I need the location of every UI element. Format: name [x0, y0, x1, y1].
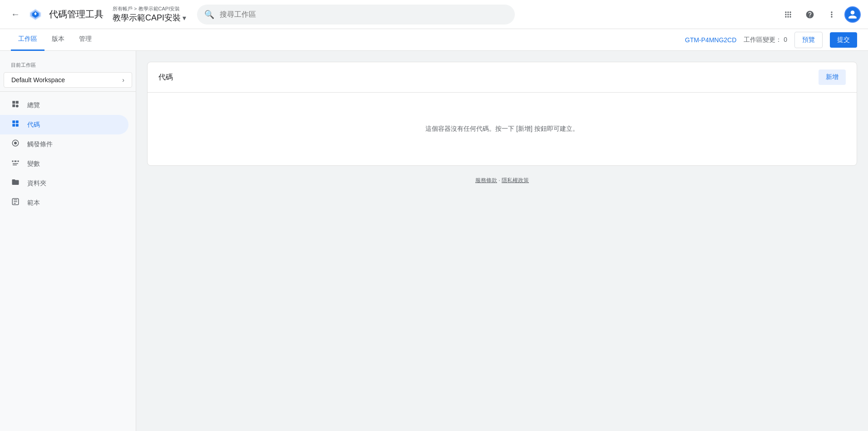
svg-point-6 — [14, 142, 17, 144]
chevron-down-icon: ▾ — [182, 14, 186, 22]
variable-icon — [11, 159, 20, 169]
chevron-right-icon: › — [122, 76, 124, 84]
privacy-link[interactable]: 隱私權政策 — [502, 177, 529, 183]
sidebar-item-folders[interactable]: 資料夾 — [0, 173, 128, 193]
empty-state: 這個容器沒有任何代碼。按一下 [新增] 按鈕即可建立。 — [148, 93, 857, 165]
search-bar: 🔍 — [197, 5, 515, 25]
workspace-changes: 工作區變更： 0 — [744, 36, 787, 44]
tab-workspace[interactable]: 工作區 — [11, 29, 44, 51]
svg-rect-1 — [12, 120, 15, 123]
sidebar-item-tags-label: 代碼 — [27, 121, 40, 129]
workspace-selector[interactable]: Default Workspace › — [4, 72, 132, 88]
sidebar: 目前工作區 Default Workspace › 總覽 — [0, 51, 136, 431]
submit-button[interactable]: 提交 — [830, 32, 857, 48]
new-tag-button[interactable]: 新增 — [819, 69, 846, 85]
user-avatar[interactable] — [844, 6, 861, 23]
top-header: ← 代碼管理工具 所有帳戶 > 教學示範CAPI安裝 教學示範CAPI安裝 ▾ … — [0, 0, 868, 29]
sidebar-item-tags[interactable]: 代碼 — [0, 115, 128, 134]
sub-nav-tabs: 工作區 版本 管理 — [11, 29, 99, 51]
container-id: GTM-P4MNG2CD — [685, 36, 737, 44]
tags-card: 代碼 新增 這個容器沒有任何代碼。按一下 [新增] 按鈕即可建立。 — [147, 62, 857, 166]
svg-rect-3 — [12, 124, 15, 127]
main-layout: 目前工作區 Default Workspace › 總覽 — [0, 51, 868, 431]
help-button[interactable] — [801, 5, 819, 24]
sidebar-item-overview[interactable]: 總覽 — [0, 95, 128, 115]
breadcrumb: 所有帳戶 > 教學示範CAPI安裝 教學示範CAPI安裝 ▾ — [113, 5, 186, 23]
sidebar-item-overview-label: 總覽 — [27, 101, 40, 109]
apps-button[interactable] — [779, 5, 797, 24]
card-title: 代碼 — [158, 73, 173, 82]
sidebar-divider — [0, 91, 136, 92]
app-title: 代碼管理工具 — [49, 8, 104, 20]
more-options-button[interactable] — [823, 5, 841, 24]
app-logo — [27, 6, 44, 23]
sidebar-item-variables-label: 變數 — [27, 160, 40, 168]
svg-rect-2 — [16, 120, 19, 123]
sidebar-item-triggers-label: 觸發條件 — [27, 140, 53, 149]
tag-icon — [11, 119, 20, 130]
overview-icon — [11, 100, 20, 110]
preview-button[interactable]: 預覽 — [794, 32, 823, 48]
sub-nav-right: GTM-P4MNG2CD 工作區變更： 0 預覽 提交 — [685, 32, 857, 48]
terms-link[interactable]: 服務條款 — [475, 177, 497, 183]
tab-version[interactable]: 版本 — [44, 29, 72, 51]
search-input[interactable] — [220, 10, 508, 19]
sidebar-item-templates-label: 範本 — [27, 199, 40, 207]
breadcrumb-current[interactable]: 教學示範CAPI安裝 ▾ — [113, 12, 186, 23]
sidebar-item-variables[interactable]: 變數 — [0, 154, 128, 173]
sidebar-item-folders-label: 資料夾 — [27, 179, 46, 188]
tab-management[interactable]: 管理 — [72, 29, 99, 51]
svg-rect-4 — [16, 124, 19, 127]
sidebar-item-templates[interactable]: 範本 — [0, 193, 128, 213]
header-actions — [779, 5, 861, 24]
content-area: 代碼 新增 這個容器沒有任何代碼。按一下 [新增] 按鈕即可建立。 服務條款 ·… — [136, 51, 868, 431]
sidebar-item-triggers[interactable]: 觸發條件 — [0, 134, 128, 154]
search-icon: 🔍 — [204, 10, 214, 20]
template-icon — [11, 198, 20, 208]
workspace-name: Default Workspace — [11, 76, 65, 84]
sidebar-section-label: 目前工作區 — [0, 58, 136, 70]
trigger-icon — [11, 139, 20, 149]
sub-nav: 工作區 版本 管理 GTM-P4MNG2CD 工作區變更： 0 預覽 提交 — [0, 29, 868, 51]
card-header: 代碼 新增 — [148, 62, 857, 93]
footer-separator: · — [498, 177, 500, 183]
breadcrumb-top: 所有帳戶 > 教學示範CAPI安裝 — [113, 5, 186, 12]
empty-state-text: 這個容器沒有任何代碼。按一下 [新增] 按鈕即可建立。 — [425, 125, 579, 133]
footer: 服務條款 · 隱私權政策 — [147, 166, 857, 195]
folder-icon — [11, 178, 20, 188]
back-button[interactable]: ← — [7, 6, 24, 23]
